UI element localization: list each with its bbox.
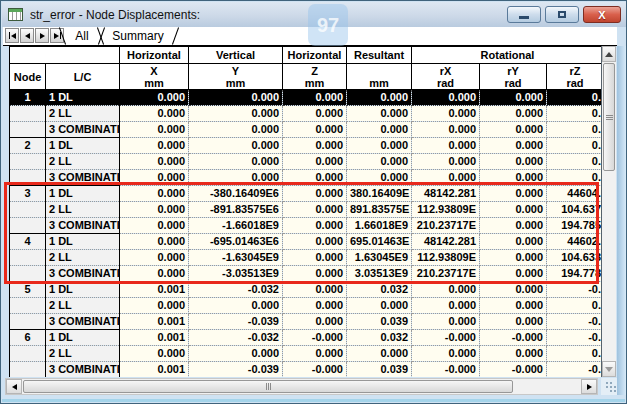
cell-node[interactable]: 1 <box>10 90 46 106</box>
cell-node[interactable] <box>10 154 46 170</box>
cell-y[interactable]: -0.039 <box>189 314 283 330</box>
cell-node[interactable] <box>10 346 46 362</box>
cell-z[interactable]: 0.000 <box>283 314 347 330</box>
cell-ry[interactable]: -0.000 <box>480 362 547 378</box>
tab-all[interactable]: All <box>65 28 99 45</box>
cell-rx[interactable]: 0.000 <box>412 346 480 362</box>
cell-z[interactable]: 0.000 <box>283 90 347 106</box>
cell-resultant[interactable]: 0.000 <box>347 106 412 122</box>
cell-y[interactable]: 0.000 <box>189 298 283 314</box>
cell-z[interactable]: 0.000 <box>283 138 347 154</box>
cell-x[interactable]: 0.000 <box>120 298 189 314</box>
vertical-scrollbar[interactable] <box>601 46 616 377</box>
cell-lc[interactable]: 3 COMBINATI <box>46 362 120 378</box>
cell-rz[interactable]: 0. <box>547 346 602 362</box>
cell-resultant[interactable]: 0.000 <box>347 122 412 138</box>
cell-z[interactable]: -0.000 <box>283 362 347 378</box>
minimize-button[interactable] <box>507 6 541 23</box>
cell-rx[interactable]: 0.000 <box>412 138 480 154</box>
cell-y[interactable]: 0.000 <box>189 90 283 106</box>
cell-rx[interactable]: 0.000 <box>412 154 480 170</box>
scroll-down-button[interactable] <box>602 361 616 377</box>
cell-z[interactable]: -0.000 <box>283 330 347 346</box>
cell-lc[interactable]: 1 DL <box>46 330 120 346</box>
cell-resultant[interactable]: 0.000 <box>347 346 412 362</box>
cell-lc[interactable]: 2 LL <box>46 106 120 122</box>
cell-x[interactable]: 0.000 <box>120 122 189 138</box>
cell-node[interactable] <box>10 314 46 330</box>
cell-rz[interactable]: 0. <box>547 122 602 138</box>
cell-resultant[interactable]: 0.000 <box>347 154 412 170</box>
tab-summary[interactable]: Summary <box>103 28 173 45</box>
cell-ry[interactable]: 0.000 <box>480 346 547 362</box>
cell-x[interactable]: 0.001 <box>120 314 189 330</box>
cell-y[interactable]: 0.000 <box>189 106 283 122</box>
cell-ry[interactable]: 0.000 <box>480 138 547 154</box>
cell-x[interactable]: 0.000 <box>120 90 189 106</box>
cell-z[interactable]: 0.000 <box>283 346 347 362</box>
cell-rz[interactable]: 0. <box>547 298 602 314</box>
scroll-up-button[interactable] <box>602 46 616 62</box>
cell-rz[interactable]: 0. <box>547 90 602 106</box>
cell-x[interactable]: 0.000 <box>120 346 189 362</box>
cell-ry[interactable]: 0.000 <box>480 298 547 314</box>
close-button[interactable]: X <box>583 6 621 23</box>
cell-lc[interactable]: 1 DL <box>46 138 120 154</box>
restore-button[interactable] <box>545 6 579 23</box>
cell-rx[interactable]: -0.000 <box>412 362 480 378</box>
cell-lc[interactable]: 3 COMBINATI <box>46 122 120 138</box>
cell-rx[interactable]: 0.000 <box>412 122 480 138</box>
cell-resultant[interactable]: 0.000 <box>347 138 412 154</box>
cell-rx[interactable]: 0.000 <box>412 314 480 330</box>
cell-x[interactable]: 0.001 <box>120 330 189 346</box>
cell-rz[interactable]: 0. <box>547 138 602 154</box>
cell-x[interactable]: 0.000 <box>120 138 189 154</box>
cell-rx[interactable]: -0.000 <box>412 330 480 346</box>
cell-lc[interactable]: 1 DL <box>46 90 120 106</box>
first-page-button[interactable] <box>5 28 19 43</box>
cell-z[interactable]: 0.000 <box>283 298 347 314</box>
prev-page-button[interactable] <box>20 28 34 43</box>
horizontal-scrollbar[interactable] <box>5 378 598 395</box>
cell-resultant[interactable]: 0.039 <box>347 362 412 378</box>
cell-node[interactable] <box>10 122 46 138</box>
cell-ry[interactable]: 0.000 <box>480 122 547 138</box>
cell-z[interactable]: 0.000 <box>283 106 347 122</box>
cell-ry[interactable]: 0.000 <box>480 106 547 122</box>
cell-rz[interactable]: -0. <box>547 362 602 378</box>
cell-y[interactable]: 0.000 <box>189 138 283 154</box>
cell-lc[interactable]: 2 LL <box>46 298 120 314</box>
cell-node[interactable]: 2 <box>10 138 46 154</box>
cell-rz[interactable]: 0. <box>547 106 602 122</box>
cell-x[interactable]: 0.000 <box>120 154 189 170</box>
cell-resultant[interactable]: 0.000 <box>347 298 412 314</box>
cell-z[interactable]: 0.000 <box>283 154 347 170</box>
vertical-scrollbar-thumb[interactable] <box>603 63 615 171</box>
cell-node[interactable] <box>10 298 46 314</box>
cell-y[interactable]: -0.032 <box>189 330 283 346</box>
cell-resultant[interactable]: 0.032 <box>347 330 412 346</box>
cell-rz[interactable]: -0. <box>547 314 602 330</box>
cell-lc[interactable]: 3 COMBINATI <box>46 314 120 330</box>
scroll-right-button[interactable] <box>581 379 597 394</box>
cell-x[interactable]: 0.001 <box>120 362 189 378</box>
cell-ry[interactable]: 0.000 <box>480 314 547 330</box>
cell-rx[interactable]: 0.000 <box>412 106 480 122</box>
cell-rx[interactable]: 0.000 <box>412 90 480 106</box>
cell-rx[interactable]: 0.000 <box>412 298 480 314</box>
cell-ry[interactable]: 0.000 <box>480 90 547 106</box>
cell-y[interactable]: -0.039 <box>189 362 283 378</box>
cell-y[interactable]: 0.000 <box>189 154 283 170</box>
cell-z[interactable]: 0.000 <box>283 122 347 138</box>
scroll-left-button[interactable] <box>6 379 22 394</box>
cell-node[interactable] <box>10 362 46 378</box>
cell-resultant[interactable]: 0.039 <box>347 314 412 330</box>
resize-grip[interactable] <box>601 378 617 395</box>
cell-rz[interactable]: -0. <box>547 330 602 346</box>
cell-x[interactable]: 0.000 <box>120 106 189 122</box>
cell-lc[interactable]: 2 LL <box>46 346 120 362</box>
horizontal-scrollbar-thumb[interactable] <box>23 380 513 393</box>
cell-rz[interactable]: 0. <box>547 154 602 170</box>
cell-ry[interactable]: 0.000 <box>480 154 547 170</box>
cell-resultant[interactable]: 0.000 <box>347 90 412 106</box>
